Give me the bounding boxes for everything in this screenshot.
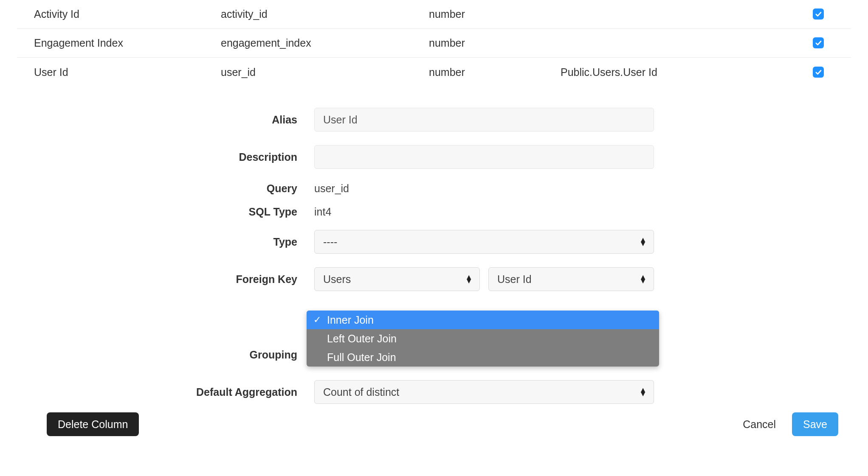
- form-footer: Delete Column Cancel Save: [17, 412, 851, 436]
- row-checkbox[interactable]: [813, 8, 824, 20]
- label-alias: Alias: [17, 114, 314, 126]
- fk-column-value: User Id: [497, 273, 532, 286]
- join-type-dropdown[interactable]: Inner Join Left Outer Join Full Outer Jo…: [307, 311, 659, 367]
- default-aggregation-value: Count of distinct: [323, 386, 399, 398]
- select-arrows-icon: ▲▼: [639, 275, 647, 283]
- sqltype-value: int4: [314, 206, 331, 218]
- cancel-button[interactable]: Cancel: [732, 412, 787, 436]
- cell-type: number: [429, 66, 561, 78]
- select-arrows-icon: ▲▼: [639, 388, 647, 396]
- join-option-inner[interactable]: Inner Join: [307, 311, 659, 329]
- cell-column: activity_id: [221, 8, 429, 20]
- row-checkbox[interactable]: [813, 67, 824, 78]
- cell-alias: Activity Id: [17, 8, 221, 20]
- fk-table-value: Users: [323, 273, 351, 286]
- cell-alias: User Id: [17, 66, 221, 78]
- select-arrows-icon: ▲▼: [465, 275, 473, 283]
- save-button[interactable]: Save: [792, 412, 838, 436]
- table-row[interactable]: Activity Id activity_id number: [17, 0, 851, 29]
- join-option-full-outer[interactable]: Full Outer Join: [307, 348, 659, 367]
- type-select[interactable]: ---- ▲▼: [314, 230, 654, 254]
- label-query: Query: [17, 182, 314, 195]
- query-value: user_id: [314, 182, 349, 195]
- table-row[interactable]: User Id user_id number Public.Users.User…: [17, 58, 851, 87]
- cell-type: number: [429, 8, 561, 20]
- cell-alias: Engagement Index: [17, 37, 221, 49]
- cell-type: number: [429, 37, 561, 49]
- description-input[interactable]: [314, 145, 654, 169]
- alias-input[interactable]: [314, 108, 654, 132]
- row-checkbox[interactable]: [813, 37, 824, 48]
- table-row[interactable]: Engagement Index engagement_index number: [17, 29, 851, 58]
- column-edit-form: Alias Description Query user_id SQL Type…: [17, 87, 654, 404]
- default-aggregation-select[interactable]: Count of distinct ▲▼: [314, 380, 654, 404]
- cell-column: engagement_index: [221, 37, 429, 49]
- label-type: Type: [17, 236, 314, 248]
- columns-table: Activity Id activity_id number Engagemen…: [17, 0, 851, 87]
- label-grouping: Grouping: [17, 349, 314, 361]
- fk-table-select[interactable]: Users ▲▼: [314, 267, 480, 291]
- cell-fk: Public.Users.User Id: [561, 66, 786, 78]
- join-option-left-outer[interactable]: Left Outer Join: [307, 329, 659, 348]
- cell-column: user_id: [221, 66, 429, 78]
- delete-column-button[interactable]: Delete Column: [47, 412, 139, 436]
- label-sqltype: SQL Type: [17, 206, 314, 218]
- label-foreign-key: Foreign Key: [17, 273, 314, 286]
- label-default-agg: Default Aggregation: [17, 386, 314, 398]
- select-arrows-icon: ▲▼: [639, 238, 647, 246]
- type-select-value: ----: [323, 236, 337, 248]
- fk-column-select[interactable]: User Id ▲▼: [488, 267, 654, 291]
- label-description: Description: [17, 151, 314, 163]
